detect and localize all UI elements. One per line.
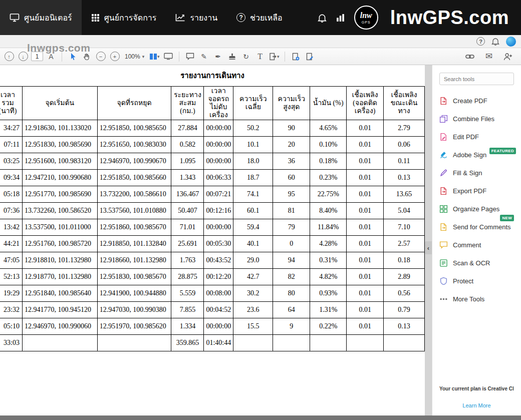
table-row: 47:0512.918810, 101.13298012.918660, 101… (0, 252, 425, 269)
notifications-bell-icon[interactable] (491, 37, 499, 46)
nav-item-monitor-center[interactable]: ศูนย์มอนิเตอร์ (0, 0, 82, 35)
table-row: 52:1312.918770, 101.13298012.951830, 100… (0, 269, 425, 285)
tool-label: Create PDF (453, 97, 487, 105)
tool-export-pdf[interactable]: Export PDF (439, 182, 514, 200)
tool-comment[interactable]: Comment (439, 236, 514, 254)
table-cell: 1.334 (171, 318, 204, 335)
table-cell: 28.875 (171, 269, 204, 285)
table-cell: 12.941900, 100.944880 (97, 285, 171, 302)
font-tool-icon[interactable]: A (45, 51, 57, 63)
user-avatar[interactable] (506, 37, 516, 47)
header-row: เวลารวม (นาที)จุดเริ่มต้นจุดที่รถหยุดระย… (0, 87, 425, 120)
page-up-button[interactable]: ↑ (3, 51, 15, 63)
search-tools-input[interactable] (439, 73, 514, 85)
table-row: 09:3412.947210, 100.99068012.951850, 100… (0, 170, 425, 186)
collapse-panel-button[interactable]: ‹ (425, 241, 432, 254)
nav-item-reports[interactable]: รายงาน (166, 0, 227, 35)
bell-icon[interactable] (318, 13, 327, 23)
page-number-input[interactable] (31, 52, 43, 61)
rotate-icon[interactable]: ↻ (240, 51, 252, 63)
table-row: 23:3212.941770, 100.94512012.947030, 100… (0, 302, 425, 318)
comment-bubble-icon[interactable] (184, 51, 196, 63)
table-cell: 05:18 (0, 186, 22, 203)
table-cell: 03:25 (0, 153, 22, 170)
table-cell: 00:08:00 (204, 285, 233, 302)
tool-fill-sign[interactable]: Fill & Sign (439, 164, 514, 182)
presentation-mode-icon[interactable] (162, 51, 174, 63)
table-cell (310, 335, 347, 351)
envelope-icon[interactable]: ✉ (483, 51, 495, 63)
highlighter-icon[interactable]: ✎ (198, 51, 210, 63)
document-viewport[interactable]: รายงานการเดินทาง เวลารวม (นาที)จุดเริ่มต… (0, 65, 425, 415)
select-cursor-icon[interactable] (67, 51, 79, 63)
table-cell: 12.918850, 101.132840 (97, 236, 171, 252)
tool-more-tools[interactable]: More Tools (439, 290, 514, 308)
table-cell: 7.855 (171, 302, 204, 318)
add-person-icon[interactable] (502, 51, 514, 63)
table-cell: 13.732200, 100.586610 (97, 186, 171, 203)
table-cell: 12.918770, 101.132980 (22, 269, 97, 285)
table-row: 07:1112.951830, 100.98569012.951650, 100… (0, 137, 425, 153)
grid-icon (91, 14, 100, 22)
chevron-down-icon: ▾ (142, 54, 145, 59)
nav-item-management-center[interactable]: ศูนย์การจัดการ (82, 0, 166, 35)
table-cell: 30.2 (233, 285, 273, 302)
shield-icon (439, 277, 448, 285)
export-page-dropdown[interactable]: ▾ (268, 51, 280, 63)
column-header: จุดที่รถหยุด (97, 87, 171, 120)
doc-arrow-icon (439, 97, 448, 105)
link-icon[interactable] (464, 51, 476, 63)
table-cell: 12.918810, 101.132980 (22, 252, 97, 269)
table-cell: 00:00:00 (204, 137, 233, 153)
zoom-out-button[interactable]: − (95, 51, 107, 63)
horizontal-scrollbar[interactable] (0, 415, 521, 420)
sign-pen-icon[interactable]: ✒ (212, 51, 224, 63)
text-tool-icon[interactable]: T (254, 51, 266, 63)
tool-protect[interactable]: Protect (439, 272, 514, 290)
table-cell: 0.56 (384, 285, 425, 302)
tools-panel: Create PDFCombine FilesEdit PDFAdobe Sig… (432, 65, 521, 415)
new-badge: NEW (500, 215, 514, 221)
edit-page-icon[interactable] (304, 51, 316, 63)
page-display-dropdown[interactable]: ▾ (148, 51, 160, 63)
tool-send-for-comments[interactable]: Send for CommentsNEW (439, 218, 514, 236)
lnwgps-logo[interactable]: lnw GPS (354, 6, 378, 30)
logo-subtext: GPS (362, 21, 371, 24)
table-cell: 2.89 (384, 269, 425, 285)
table-cell: 0.01 (347, 318, 384, 335)
add-page-icon[interactable] (290, 51, 302, 63)
doc-arrow-icon (439, 223, 448, 231)
page-down-button[interactable]: ↓ (17, 51, 29, 63)
toolbar-divider (285, 52, 285, 62)
tool-combine-files[interactable]: Combine Files (439, 110, 514, 128)
stamp-icon[interactable] (226, 51, 238, 63)
tools-list: Create PDFCombine FilesEdit PDFAdobe Sig… (439, 92, 514, 308)
help-circle-icon[interactable]: ? (476, 37, 485, 46)
table-cell: 13:42 (0, 219, 22, 236)
learn-more-link[interactable]: Learn More (439, 402, 514, 408)
table-cell: 0.18 (384, 252, 425, 269)
tool-edit-pdf[interactable]: Edit PDF (439, 128, 514, 146)
table-cell: 9 (273, 318, 310, 335)
table-cell: 36 (273, 153, 310, 170)
zoom-level-dropdown[interactable]: 100% ▾ (123, 53, 146, 60)
bubble-icon (439, 241, 448, 249)
brand-title[interactable]: lnwGPS.com (390, 7, 509, 29)
table-cell: 0.01 (347, 269, 384, 285)
table-cell: 12.951830, 100.985670 (97, 269, 171, 285)
tool-adobe-sign[interactable]: Adobe SignFEATURED (439, 146, 514, 164)
table-cell: 42.7 (233, 269, 273, 285)
featured-badge: FEATURED (489, 148, 516, 154)
table-cell (384, 335, 425, 351)
table-cell: 94 (273, 252, 310, 269)
hand-tool-icon[interactable] (81, 51, 93, 63)
bar-chart-icon[interactable] (336, 14, 345, 22)
zoom-in-button[interactable]: + (109, 51, 121, 63)
table-cell: 0.582 (171, 137, 204, 153)
nav-item-help[interactable]: ? ช่วยเหลือ (227, 0, 292, 35)
tool-scan-ocr[interactable]: Scan & OCR (439, 254, 514, 272)
tool-label: Protect (453, 277, 473, 285)
tool-create-pdf[interactable]: Create PDF (439, 92, 514, 110)
table-cell: 90 (273, 120, 310, 137)
table-cell: 00:05:30 (204, 236, 233, 252)
